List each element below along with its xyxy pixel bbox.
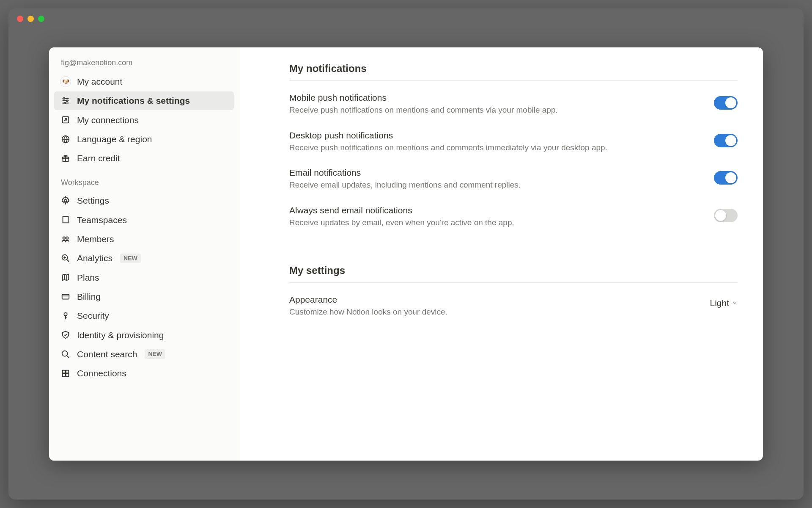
shield-icon bbox=[60, 329, 71, 340]
svg-line-22 bbox=[67, 260, 69, 262]
svg-rect-12 bbox=[63, 217, 69, 223]
sidebar-item-teamspaces[interactable]: Teamspaces bbox=[54, 211, 234, 229]
sliders-icon bbox=[60, 95, 71, 106]
credit-card-icon bbox=[60, 291, 71, 302]
sidebar-item-label: My notifications & settings bbox=[77, 95, 190, 106]
setting-description: Receive push notifications on mentions a… bbox=[289, 142, 619, 154]
svg-point-4 bbox=[66, 100, 68, 102]
svg-point-11 bbox=[64, 199, 67, 202]
sidebar-item-label: Members bbox=[77, 233, 114, 245]
setting-label: Mobile push notifications bbox=[289, 93, 619, 103]
sidebar-item-label: Security bbox=[77, 310, 109, 321]
svg-line-33 bbox=[67, 355, 69, 358]
notifications-heading: My notifications bbox=[289, 63, 738, 75]
magnify-chart-icon bbox=[60, 253, 71, 264]
app-window: fig@makenotion.com 🐶 My account My notif… bbox=[8, 8, 804, 500]
svg-point-32 bbox=[62, 351, 68, 356]
sidebar-item-label: Language & region bbox=[77, 133, 152, 145]
chevron-down-icon bbox=[732, 298, 738, 308]
svg-rect-37 bbox=[66, 374, 69, 376]
sidebar-item-label: Content search bbox=[77, 348, 137, 360]
key-icon bbox=[60, 310, 71, 321]
minimize-window-button[interactable] bbox=[27, 16, 34, 22]
toggle-always-email[interactable] bbox=[714, 209, 738, 222]
maximize-window-button[interactable] bbox=[38, 16, 44, 22]
sidebar-item-connections[interactable]: Connections bbox=[54, 364, 234, 382]
settings-heading: My settings bbox=[289, 265, 738, 276]
avatar-icon: 🐶 bbox=[60, 76, 71, 87]
sidebar-item-my-connections[interactable]: My connections bbox=[54, 111, 234, 129]
setting-description: Receive email updates, including mention… bbox=[289, 179, 619, 191]
sidebar-item-label: Billing bbox=[77, 291, 101, 302]
setting-label: Always send email notifications bbox=[289, 205, 619, 215]
gift-icon bbox=[60, 153, 71, 164]
toggle-email-notifications[interactable] bbox=[714, 171, 738, 185]
svg-rect-35 bbox=[66, 370, 69, 373]
search-icon bbox=[60, 349, 71, 360]
gear-icon bbox=[60, 195, 71, 206]
setting-description: Receive updates by email, even when you'… bbox=[289, 217, 619, 229]
sidebar-item-label: Connections bbox=[77, 367, 126, 379]
appearance-value: Light bbox=[710, 298, 729, 308]
sidebar-item-security[interactable]: Security bbox=[54, 306, 234, 325]
toggle-desktop-push[interactable] bbox=[714, 134, 738, 147]
svg-point-19 bbox=[63, 237, 66, 239]
sidebar-item-settings[interactable]: Settings bbox=[54, 191, 234, 210]
svg-rect-36 bbox=[63, 374, 65, 376]
setting-always-email: Always send email notifications Receive … bbox=[289, 205, 738, 229]
sidebar-item-label: Settings bbox=[77, 195, 109, 206]
close-window-button[interactable] bbox=[17, 16, 23, 22]
sidebar-item-language-region[interactable]: Language & region bbox=[54, 130, 234, 148]
sidebar-item-my-account[interactable]: 🐶 My account bbox=[54, 72, 234, 91]
sidebar-item-content-search[interactable]: Content search NEW bbox=[54, 345, 234, 363]
building-icon bbox=[60, 214, 71, 225]
toggle-mobile-push[interactable] bbox=[714, 96, 738, 110]
setting-description: Customize how Notion looks on your devic… bbox=[289, 306, 619, 318]
sidebar-section-workspace: Workspace bbox=[54, 168, 234, 190]
account-email: fig@makenotion.com bbox=[54, 55, 234, 72]
sidebar-item-identity-provisioning[interactable]: Identity & provisioning bbox=[54, 326, 234, 344]
map-icon bbox=[60, 272, 71, 283]
new-badge: NEW bbox=[120, 254, 141, 263]
setting-description: Receive push notifications on mentions a… bbox=[289, 105, 619, 116]
people-icon bbox=[60, 234, 71, 245]
svg-point-20 bbox=[66, 237, 69, 239]
sidebar-item-billing[interactable]: Billing bbox=[54, 287, 234, 306]
svg-rect-27 bbox=[62, 294, 69, 299]
sidebar-item-analytics[interactable]: Analytics NEW bbox=[54, 249, 234, 267]
sidebar-item-earn-credit[interactable]: Earn credit bbox=[54, 149, 234, 167]
appearance-select[interactable]: Light bbox=[710, 298, 738, 308]
svg-point-5 bbox=[64, 102, 66, 104]
globe-icon bbox=[60, 134, 71, 145]
settings-sidebar: fig@makenotion.com 🐶 My account My notif… bbox=[49, 47, 239, 461]
sidebar-item-label: My account bbox=[77, 76, 122, 87]
setting-desktop-push: Desktop push notifications Receive push … bbox=[289, 130, 738, 154]
sidebar-item-plans[interactable]: Plans bbox=[54, 268, 234, 287]
sidebar-item-label: Identity & provisioning bbox=[77, 329, 164, 341]
setting-email-notifications: Email notifications Receive email update… bbox=[289, 168, 738, 191]
setting-label: Desktop push notifications bbox=[289, 130, 619, 141]
svg-rect-34 bbox=[63, 370, 65, 373]
setting-label: Email notifications bbox=[289, 168, 619, 178]
sidebar-item-label: Teamspaces bbox=[77, 214, 127, 226]
setting-label: Appearance bbox=[289, 295, 619, 305]
grid-icon bbox=[60, 368, 71, 379]
sidebar-item-label: Plans bbox=[77, 272, 99, 283]
settings-modal: fig@makenotion.com 🐶 My account My notif… bbox=[49, 47, 763, 461]
sidebar-item-label: Analytics bbox=[77, 252, 112, 264]
new-badge: NEW bbox=[145, 349, 165, 359]
svg-point-29 bbox=[64, 313, 67, 316]
sidebar-item-label: My connections bbox=[77, 114, 139, 126]
divider bbox=[289, 80, 738, 81]
setting-mobile-push: Mobile push notifications Receive push n… bbox=[289, 93, 738, 116]
titlebar bbox=[8, 8, 804, 29]
settings-content: My notifications Mobile push notificatio… bbox=[239, 47, 763, 461]
svg-point-3 bbox=[63, 98, 65, 99]
sidebar-item-label: Earn credit bbox=[77, 152, 120, 164]
sidebar-item-notifications-settings[interactable]: My notifications & settings bbox=[54, 91, 234, 110]
divider bbox=[289, 282, 738, 283]
setting-appearance: Appearance Customize how Notion looks on… bbox=[289, 295, 738, 318]
sidebar-item-members[interactable]: Members bbox=[54, 230, 234, 248]
external-link-icon bbox=[60, 114, 71, 125]
